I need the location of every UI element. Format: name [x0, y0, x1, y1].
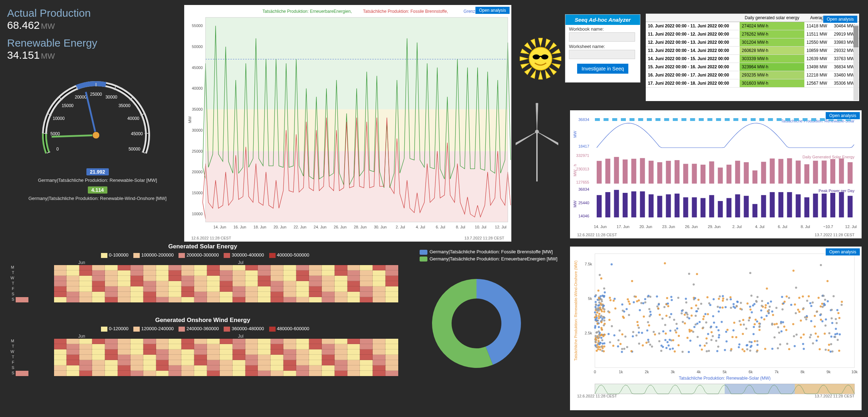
heatmap-cell[interactable]	[143, 349, 156, 355]
heatmap-cell[interactable]	[92, 276, 105, 281]
heatmap-cell[interactable]	[373, 349, 385, 355]
heatmap-cell[interactable]	[28, 281, 41, 286]
heatmap-cell[interactable]	[283, 365, 296, 371]
heatmap-cell[interactable]	[105, 286, 118, 292]
heatmap-cell[interactable]	[92, 355, 105, 360]
heatmap-cell[interactable]	[271, 270, 283, 276]
heatmap-cell[interactable]	[16, 297, 28, 302]
heatmap-cell[interactable]	[283, 371, 296, 376]
heatmap-cell[interactable]	[194, 265, 207, 270]
heatmap-cell[interactable]	[373, 297, 385, 302]
heatmap-cell[interactable]	[309, 344, 322, 349]
heatmap-cell[interactable]	[347, 297, 360, 302]
heatmap-cell[interactable]	[131, 344, 143, 349]
heatmap-cell[interactable]	[296, 360, 309, 365]
heatmap-cell[interactable]	[156, 365, 169, 371]
heatmap-cell[interactable]	[156, 292, 169, 297]
heatmap-cell[interactable]	[373, 292, 385, 297]
heatmap-cell[interactable]	[169, 292, 181, 297]
heatmap-cell[interactable]	[41, 339, 54, 344]
heatmap-cell[interactable]	[105, 270, 118, 276]
heatmap-cell[interactable]	[360, 286, 373, 292]
scrollbar[interactable]	[853, 25, 858, 100]
heatmap-cell[interactable]	[335, 344, 347, 349]
heatmap-cell[interactable]	[360, 365, 373, 371]
heatmap-cell[interactable]	[360, 339, 373, 344]
heatmap-cell[interactable]	[143, 265, 156, 270]
heatmap-cell[interactable]	[271, 365, 283, 371]
table-row[interactable]: 13. Juni 2022 00:00 - 14. Juni 2022 00:0…	[646, 47, 859, 55]
heatmap-cell[interactable]	[258, 270, 271, 276]
heatmap-cell[interactable]	[118, 371, 131, 376]
heatmap-cell[interactable]	[335, 276, 347, 281]
heatmap-cell[interactable]	[360, 355, 373, 360]
heatmap-cell[interactable]	[271, 344, 283, 349]
heatmap-cell[interactable]	[309, 297, 322, 302]
heatmap-cell[interactable]	[41, 360, 54, 365]
heatmap-cell[interactable]	[360, 344, 373, 349]
heatmap-cell[interactable]	[92, 286, 105, 292]
heatmap-cell[interactable]	[28, 365, 41, 371]
heatmap-cell[interactable]	[181, 297, 194, 302]
heatmap-cell[interactable]	[41, 344, 54, 349]
heatmap-cell[interactable]	[271, 281, 283, 286]
heatmap-cell[interactable]	[118, 297, 131, 302]
heatmap-cell[interactable]	[181, 281, 194, 286]
heatmap-cell[interactable]	[373, 281, 385, 286]
heatmap-cell[interactable]	[169, 371, 181, 376]
heatmap-cell[interactable]	[54, 276, 67, 281]
heatmap-cell[interactable]	[360, 349, 373, 355]
heatmap-cell[interactable]	[169, 265, 181, 270]
heatmap-cell[interactable]	[220, 286, 233, 292]
heatmap-cell[interactable]	[194, 349, 207, 355]
heatmap-cell[interactable]	[54, 371, 67, 376]
heatmap-cell[interactable]	[92, 344, 105, 349]
heatmap-cell[interactable]	[66, 355, 79, 360]
heatmap-cell[interactable]	[16, 355, 28, 360]
heatmap-cell[interactable]	[220, 339, 233, 344]
heatmap-cell[interactable]	[309, 349, 322, 355]
heatmap-cell[interactable]	[194, 297, 207, 302]
heatmap-cell[interactable]	[41, 265, 54, 270]
heatmap-cell[interactable]	[105, 281, 118, 286]
heatmap-cell[interactable]	[28, 276, 41, 281]
heatmap-cell[interactable]	[105, 360, 118, 365]
heatmap-cell[interactable]	[245, 339, 258, 344]
heatmap-cell[interactable]	[271, 360, 283, 365]
heatmap-cell[interactable]	[194, 365, 207, 371]
heatmap-cell[interactable]	[16, 339, 28, 344]
heatmap-cell[interactable]	[28, 297, 41, 302]
heatmap-cell[interactable]	[143, 344, 156, 349]
heatmap-cell[interactable]	[385, 344, 398, 349]
heatmap-cell[interactable]	[296, 270, 309, 276]
heatmap-cell[interactable]	[233, 360, 245, 365]
heatmap-cell[interactable]	[233, 365, 245, 371]
heatmap-cell[interactable]	[66, 270, 79, 276]
heatmap-cell[interactable]	[156, 339, 169, 344]
heatmap-cell[interactable]	[271, 292, 283, 297]
heatmap-cell[interactable]	[309, 292, 322, 297]
heatmap-cell[interactable]	[169, 344, 181, 349]
heatmap-cell[interactable]	[16, 265, 28, 270]
heatmap-cell[interactable]	[220, 265, 233, 270]
heatmap-cell[interactable]	[79, 286, 92, 292]
heatmap-cell[interactable]	[207, 281, 220, 286]
heatmap-cell[interactable]	[258, 360, 271, 365]
heatmap-cell[interactable]	[258, 281, 271, 286]
heatmap-cell[interactable]	[233, 344, 245, 349]
heatmap-cell[interactable]	[233, 276, 245, 281]
heatmap-cell[interactable]	[360, 265, 373, 270]
heatmap-cell[interactable]	[283, 355, 296, 360]
heatmap-cell[interactable]	[194, 371, 207, 376]
heatmap-cell[interactable]	[105, 355, 118, 360]
investigate-button[interactable]: Investigate in Seeq	[577, 63, 628, 74]
heatmap-cell[interactable]	[347, 265, 360, 270]
heatmap-cell[interactable]	[322, 355, 335, 360]
heatmap-cell[interactable]	[131, 270, 143, 276]
heatmap-cell[interactable]	[373, 270, 385, 276]
heatmap-cell[interactable]	[373, 286, 385, 292]
heatmap-cell[interactable]	[54, 365, 67, 371]
heatmap-cell[interactable]	[258, 371, 271, 376]
heatmap-cell[interactable]	[296, 297, 309, 302]
heatmap-cell[interactable]	[233, 281, 245, 286]
